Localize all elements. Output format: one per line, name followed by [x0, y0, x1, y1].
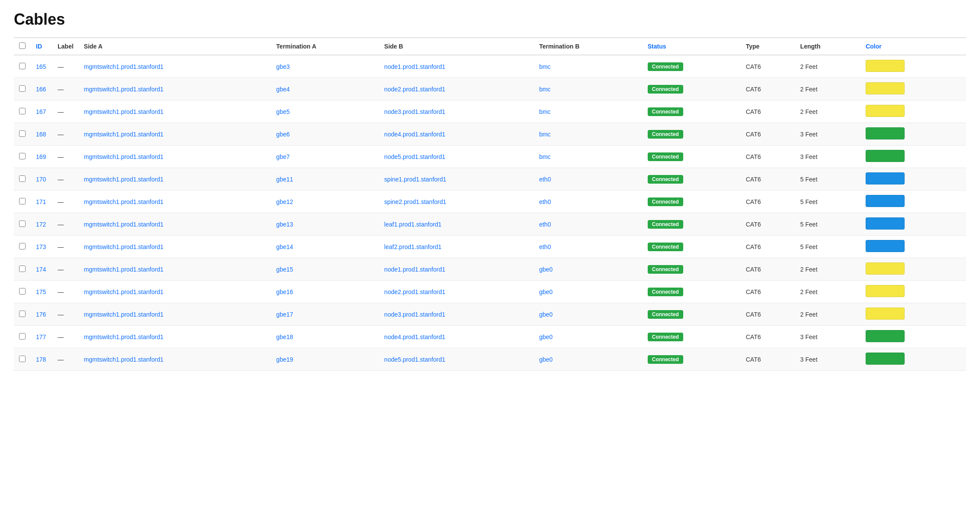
id-link[interactable]: 169: [36, 153, 46, 160]
row-side-a[interactable]: mgmtswitch1.prod1.stanford1: [79, 123, 271, 146]
term-a-link[interactable]: gbe7: [276, 153, 290, 160]
row-side-a[interactable]: mgmtswitch1.prod1.stanford1: [79, 191, 271, 213]
row-id[interactable]: 170: [31, 168, 52, 191]
row-term-b[interactable]: gbe0: [534, 303, 642, 326]
term-b-link[interactable]: gbe0: [539, 288, 552, 295]
row-side-a[interactable]: mgmtswitch1.prod1.stanford1: [79, 55, 271, 78]
side-b-link[interactable]: node1.prod1.stanford1: [384, 266, 445, 273]
row-checkbox-cell[interactable]: [14, 236, 31, 258]
row-side-a[interactable]: mgmtswitch1.prod1.stanford1: [79, 236, 271, 258]
row-term-a[interactable]: gbe13: [271, 213, 379, 236]
id-link[interactable]: 166: [36, 86, 46, 93]
term-b-link[interactable]: eth0: [539, 198, 551, 205]
row-side-a[interactable]: mgmtswitch1.prod1.stanford1: [79, 258, 271, 281]
row-id[interactable]: 173: [31, 236, 52, 258]
row-id[interactable]: 177: [31, 326, 52, 348]
row-checkbox[interactable]: [19, 243, 26, 249]
term-b-link[interactable]: bmc: [539, 153, 550, 160]
row-id[interactable]: 166: [31, 78, 52, 100]
side-b-link[interactable]: leaf2.prod1.stanford1: [384, 243, 441, 250]
row-term-b[interactable]: gbe0: [534, 281, 642, 303]
row-side-b[interactable]: node1.prod1.stanford1: [379, 258, 534, 281]
row-side-a[interactable]: mgmtswitch1.prod1.stanford1: [79, 281, 271, 303]
row-side-a[interactable]: mgmtswitch1.prod1.stanford1: [79, 326, 271, 348]
term-b-link[interactable]: bmc: [539, 108, 550, 115]
side-a-link[interactable]: mgmtswitch1.prod1.stanford1: [84, 131, 164, 138]
row-checkbox-cell[interactable]: [14, 146, 31, 168]
row-id[interactable]: 176: [31, 303, 52, 326]
row-side-b[interactable]: spine2.prod1.stanford1: [379, 191, 534, 213]
term-a-link[interactable]: gbe6: [276, 131, 290, 138]
row-checkbox-cell[interactable]: [14, 123, 31, 146]
row-checkbox-cell[interactable]: [14, 168, 31, 191]
term-a-link[interactable]: gbe3: [276, 63, 290, 70]
row-term-a[interactable]: gbe4: [271, 78, 379, 100]
side-a-link[interactable]: mgmtswitch1.prod1.stanford1: [84, 221, 164, 228]
id-link[interactable]: 176: [36, 311, 46, 318]
row-side-b[interactable]: node2.prod1.stanford1: [379, 281, 534, 303]
row-side-a[interactable]: mgmtswitch1.prod1.stanford1: [79, 213, 271, 236]
row-checkbox[interactable]: [19, 63, 26, 69]
row-checkbox[interactable]: [19, 220, 26, 227]
row-side-b[interactable]: node1.prod1.stanford1: [379, 55, 534, 78]
term-b-link[interactable]: bmc: [539, 86, 550, 93]
row-side-b[interactable]: node3.prod1.stanford1: [379, 303, 534, 326]
row-checkbox[interactable]: [19, 108, 26, 114]
row-side-a[interactable]: mgmtswitch1.prod1.stanford1: [79, 303, 271, 326]
term-b-link[interactable]: eth0: [539, 221, 551, 228]
row-checkbox-cell[interactable]: [14, 326, 31, 348]
side-a-link[interactable]: mgmtswitch1.prod1.stanford1: [84, 356, 164, 363]
row-side-b[interactable]: leaf1.prod1.stanford1: [379, 213, 534, 236]
side-a-link[interactable]: mgmtswitch1.prod1.stanford1: [84, 108, 164, 115]
row-checkbox[interactable]: [19, 175, 26, 182]
row-side-a[interactable]: mgmtswitch1.prod1.stanford1: [79, 146, 271, 168]
row-id[interactable]: 165: [31, 55, 52, 78]
id-link[interactable]: 170: [36, 176, 46, 183]
term-b-link[interactable]: gbe0: [539, 356, 552, 363]
row-side-a[interactable]: mgmtswitch1.prod1.stanford1: [79, 78, 271, 100]
id-link[interactable]: 174: [36, 266, 46, 273]
row-id[interactable]: 171: [31, 191, 52, 213]
row-checkbox-cell[interactable]: [14, 191, 31, 213]
row-checkbox[interactable]: [19, 288, 26, 295]
row-checkbox-cell[interactable]: [14, 100, 31, 123]
term-b-link[interactable]: bmc: [539, 131, 550, 138]
row-checkbox[interactable]: [19, 130, 26, 137]
term-a-link[interactable]: gbe4: [276, 86, 290, 93]
term-a-link[interactable]: gbe19: [276, 356, 293, 363]
row-checkbox[interactable]: [19, 153, 26, 159]
id-link[interactable]: 171: [36, 198, 46, 205]
row-id[interactable]: 167: [31, 100, 52, 123]
row-term-b[interactable]: eth0: [534, 213, 642, 236]
row-term-a[interactable]: gbe12: [271, 191, 379, 213]
row-checkbox[interactable]: [19, 311, 26, 317]
id-link[interactable]: 178: [36, 356, 46, 363]
term-a-link[interactable]: gbe15: [276, 266, 293, 273]
row-term-a[interactable]: gbe15: [271, 258, 379, 281]
side-b-link[interactable]: spine1.prod1.stanford1: [384, 176, 446, 183]
row-checkbox[interactable]: [19, 356, 26, 362]
row-id[interactable]: 169: [31, 146, 52, 168]
row-id[interactable]: 174: [31, 258, 52, 281]
row-checkbox[interactable]: [19, 198, 26, 204]
side-a-link[interactable]: mgmtswitch1.prod1.stanford1: [84, 266, 164, 273]
row-checkbox-cell[interactable]: [14, 348, 31, 371]
term-b-link[interactable]: eth0: [539, 243, 551, 250]
row-side-b[interactable]: node3.prod1.stanford1: [379, 100, 534, 123]
row-id[interactable]: 178: [31, 348, 52, 371]
row-term-a[interactable]: gbe11: [271, 168, 379, 191]
select-all-checkbox[interactable]: [19, 42, 26, 49]
term-b-link[interactable]: gbe0: [539, 266, 552, 273]
id-link[interactable]: 172: [36, 221, 46, 228]
side-a-link[interactable]: mgmtswitch1.prod1.stanford1: [84, 176, 164, 183]
row-side-b[interactable]: node2.prod1.stanford1: [379, 78, 534, 100]
row-term-b[interactable]: bmc: [534, 100, 642, 123]
row-side-b[interactable]: leaf2.prod1.stanford1: [379, 236, 534, 258]
term-b-link[interactable]: bmc: [539, 63, 550, 70]
row-checkbox-cell[interactable]: [14, 78, 31, 100]
row-checkbox-cell[interactable]: [14, 281, 31, 303]
row-term-b[interactable]: eth0: [534, 191, 642, 213]
row-term-a[interactable]: gbe19: [271, 348, 379, 371]
term-a-link[interactable]: gbe17: [276, 311, 293, 318]
id-link[interactable]: 173: [36, 243, 46, 250]
